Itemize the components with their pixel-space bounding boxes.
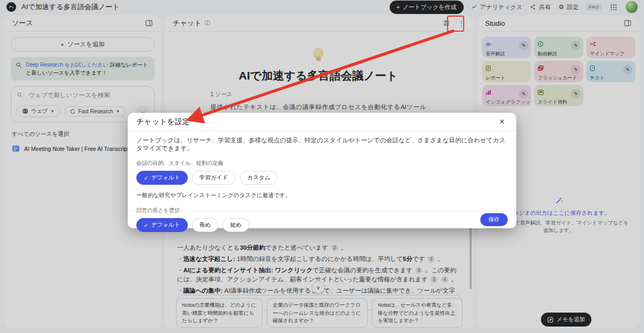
modal-description: ノートブックは、リサーチ、学習支援、多様な視点の提示、特定のスタイルやトーンでの… [136,136,508,153]
style-helper-text: 一般的な研究やブレインストーミングのタスクに最適です。 [136,192,508,199]
style-chip-row: ✓デフォルト 学習ガイド カスタム [136,171,508,185]
style-chip-default[interactable]: ✓デフォルト [136,171,188,185]
style-chip-learning-guide[interactable]: 学習ガイド [192,171,236,185]
close-icon[interactable]: × [496,117,508,127]
notebooklm-app: AIで加速する多言語会議ノート + ノートブックを作成 アナリティクス 共有 ⚙… [0,0,644,333]
chat-settings-modal: チャットを設定 × ノートブックは、リサーチ、学習支援、多様な視点の提示、特定の… [128,113,516,228]
conversation-style-label: 会話の目的、スタイル、役割の定義 [136,160,508,167]
save-button[interactable]: 保存 [480,213,508,226]
modal-title: チャットを設定 [136,117,190,127]
modal-header: チャットを設定 × [128,113,516,131]
check-icon: ✓ [144,175,149,181]
modal-footer: 保存 [128,211,516,228]
style-chip-custom[interactable]: カスタム [240,171,278,185]
